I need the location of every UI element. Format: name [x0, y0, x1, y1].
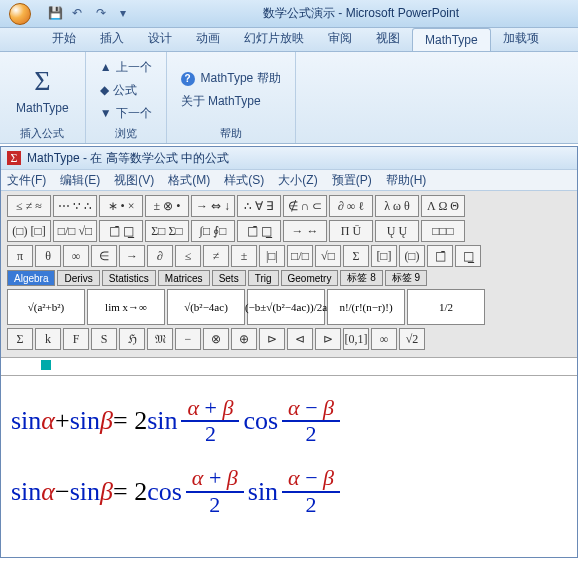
palette-button[interactable]: ∴ ∀ ∃: [237, 195, 281, 217]
category-tab[interactable]: Derivs: [57, 270, 99, 286]
category-tab[interactable]: 标签 9: [385, 270, 427, 286]
palette-button[interactable]: 𝔐: [147, 328, 173, 350]
palette-button[interactable]: → ↔: [283, 220, 327, 242]
palette-button[interactable]: ± ⊗ •: [145, 195, 189, 217]
palette-button[interactable]: □□□: [421, 220, 465, 242]
palette-button[interactable]: |□|: [259, 245, 285, 267]
palette-button[interactable]: ≠: [203, 245, 229, 267]
palette-button[interactable]: √□: [315, 245, 341, 267]
menu-style[interactable]: 样式(S): [224, 172, 264, 189]
next-button[interactable]: ▼下一个: [96, 103, 156, 124]
palette-button[interactable]: F: [63, 328, 89, 350]
palette-button[interactable]: ≤ ≠ ≈: [7, 195, 51, 217]
palette-button[interactable]: Λ Ω Θ: [421, 195, 465, 217]
mathtype-button[interactable]: Σ MathType: [10, 61, 75, 119]
menu-format[interactable]: 格式(M): [168, 172, 210, 189]
mathtype-toolbars: ≤ ≠ ≈⋯ ∵ ∴∗ • ×± ⊗ •→ ⇔ ↓∴ ∀ ∃∉ ∩ ⊂∂ ∞ ℓ…: [1, 191, 577, 358]
palette-button[interactable]: ⊳: [315, 328, 341, 350]
category-tab[interactable]: Geometry: [281, 270, 339, 286]
palette-button[interactable]: □̄ □̲: [99, 220, 143, 242]
qat-dropdown-icon[interactable]: ▾: [120, 6, 136, 22]
palette-button[interactable]: ℌ: [119, 328, 145, 350]
palette-button[interactable]: ∞: [371, 328, 397, 350]
save-icon[interactable]: 💾: [48, 6, 64, 22]
mathtype-window: Σ MathType - 在 高等数学公式 中的公式 文件(F) 编辑(E) 视…: [0, 146, 578, 558]
about-button[interactable]: 关于 MathType: [177, 91, 285, 112]
palette-button[interactable]: [□]: [371, 245, 397, 267]
palette-button[interactable]: →: [119, 245, 145, 267]
palette-button[interactable]: Σ: [7, 328, 33, 350]
palette-button[interactable]: ⊳: [259, 328, 285, 350]
palette-button[interactable]: Π Ū: [329, 220, 373, 242]
category-tab[interactable]: 标签 8: [340, 270, 382, 286]
palette-button[interactable]: Σ: [343, 245, 369, 267]
palette-button[interactable]: ∞: [63, 245, 89, 267]
palette-button[interactable]: ±: [231, 245, 257, 267]
tab-mathtype[interactable]: MathType: [412, 28, 491, 51]
palette-button[interactable]: ⊕: [231, 328, 257, 350]
menu-file[interactable]: 文件(F): [7, 172, 46, 189]
palette-button[interactable]: (□): [399, 245, 425, 267]
tab-home[interactable]: 开始: [40, 26, 88, 51]
palette-button[interactable]: ∗ • ×: [99, 195, 143, 217]
palette-button[interactable]: ≤: [175, 245, 201, 267]
palette-button[interactable]: ∫□ ∮□: [191, 220, 235, 242]
tab-insert[interactable]: 插入: [88, 26, 136, 51]
tab-review[interactable]: 审阅: [316, 26, 364, 51]
menu-prefs[interactable]: 预置(P): [332, 172, 372, 189]
palette-button[interactable]: θ: [35, 245, 61, 267]
palette-button[interactable]: □̲: [455, 245, 481, 267]
menu-size[interactable]: 大小(Z): [278, 172, 317, 189]
palette-button[interactable]: λ ω θ: [375, 195, 419, 217]
template-button[interactable]: 1/2: [407, 289, 485, 325]
palette-button[interactable]: □̄: [427, 245, 453, 267]
palette-button[interactable]: ⊲: [287, 328, 313, 350]
office-button[interactable]: [0, 0, 40, 28]
palette-button[interactable]: □/□ √□: [53, 220, 97, 242]
palette-button[interactable]: Σ□ Σ□: [145, 220, 189, 242]
palette-button[interactable]: −: [175, 328, 201, 350]
template-button[interactable]: √(b²−4ac): [167, 289, 245, 325]
menu-help[interactable]: 帮助(H): [386, 172, 427, 189]
template-button[interactable]: lim x→∞: [87, 289, 165, 325]
category-tab[interactable]: Trig: [248, 270, 279, 286]
palette-button[interactable]: Ų Ų: [375, 220, 419, 242]
palette-button[interactable]: π: [7, 245, 33, 267]
menu-edit[interactable]: 编辑(E): [60, 172, 100, 189]
prev-button[interactable]: ▲上一个: [96, 57, 156, 78]
redo-icon[interactable]: ↷: [96, 6, 112, 22]
palette-button[interactable]: ∉ ∩ ⊂: [283, 195, 327, 217]
palette-button[interactable]: ⊗: [203, 328, 229, 350]
ruler-marker[interactable]: [41, 360, 51, 370]
palette-button[interactable]: ∈: [91, 245, 117, 267]
category-tab[interactable]: Statistics: [102, 270, 156, 286]
template-button[interactable]: √(a²+b²): [7, 289, 85, 325]
palette-button[interactable]: → ⇔ ↓: [191, 195, 235, 217]
template-button[interactable]: (−b±√(b²−4ac))/2a: [247, 289, 325, 325]
equation-canvas[interactable]: sin α + sin β = 2 sin α + β 2 cos α − β …: [1, 376, 577, 557]
tab-design[interactable]: 设计: [136, 26, 184, 51]
palette-button[interactable]: □̄ □̲: [237, 220, 281, 242]
help-button[interactable]: ?MathType 帮助: [177, 68, 285, 89]
tab-slideshow[interactable]: 幻灯片放映: [232, 26, 316, 51]
palette-button[interactable]: k: [35, 328, 61, 350]
palette-button[interactable]: □/□: [287, 245, 313, 267]
palette-button[interactable]: ∂: [147, 245, 173, 267]
template-button[interactable]: n!/(r!(n−r)!): [327, 289, 405, 325]
formula-button[interactable]: ◆公式: [96, 80, 156, 101]
undo-icon[interactable]: ↶: [72, 6, 88, 22]
tab-view[interactable]: 视图: [364, 26, 412, 51]
palette-button[interactable]: ∂ ∞ ℓ: [329, 195, 373, 217]
ruler[interactable]: [1, 358, 577, 376]
tab-animation[interactable]: 动画: [184, 26, 232, 51]
palette-button[interactable]: √2: [399, 328, 425, 350]
palette-button[interactable]: S: [91, 328, 117, 350]
palette-button[interactable]: [0,1]: [343, 328, 369, 350]
tab-addins[interactable]: 加载项: [491, 26, 551, 51]
palette-button[interactable]: ⋯ ∵ ∴: [53, 195, 97, 217]
menu-view[interactable]: 视图(V): [114, 172, 154, 189]
category-tab[interactable]: Algebra: [7, 270, 55, 286]
category-tab[interactable]: Matrices: [158, 270, 210, 286]
category-tab[interactable]: Sets: [212, 270, 246, 286]
palette-button[interactable]: (□) [□]: [7, 220, 51, 242]
